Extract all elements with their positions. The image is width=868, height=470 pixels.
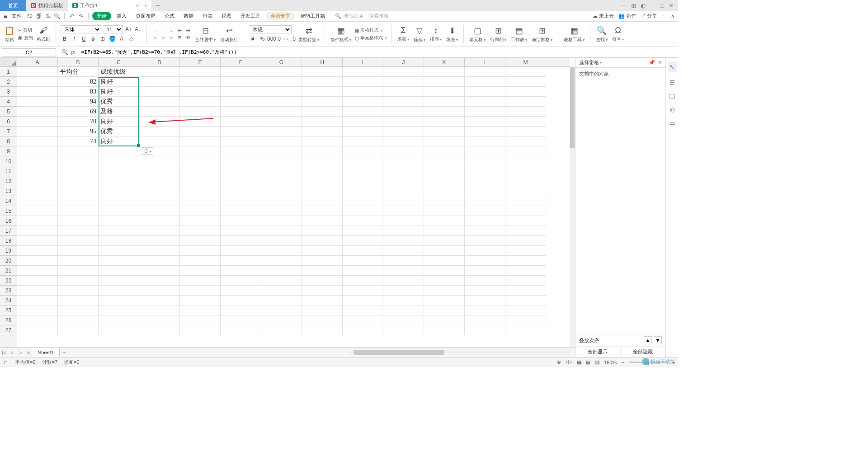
cell-A6[interactable] <box>17 117 58 127</box>
cell-L23[interactable] <box>465 286 505 296</box>
cell-H22[interactable] <box>302 276 343 286</box>
currency-icon[interactable]: ¥ <box>249 35 257 43</box>
cell-L5[interactable] <box>465 107 505 117</box>
cell-K19[interactable] <box>424 246 465 256</box>
cell-C8[interactable]: 良好 <box>99 136 139 146</box>
cell-L24[interactable] <box>465 296 505 306</box>
bold-button[interactable]: B <box>61 35 69 43</box>
cell-F11[interactable] <box>221 166 261 176</box>
cell-D15[interactable] <box>139 206 180 216</box>
name-box[interactable] <box>2 48 56 56</box>
inc-font-icon[interactable]: A↑ <box>124 25 132 33</box>
cell-K24[interactable] <box>424 296 465 306</box>
col-header-D[interactable]: D <box>139 58 180 66</box>
cell-I21[interactable] <box>343 266 383 276</box>
cell-M23[interactable] <box>505 286 546 296</box>
cell-M7[interactable] <box>505 127 546 136</box>
cell-K13[interactable] <box>424 186 465 196</box>
cell-J8[interactable] <box>383 136 424 146</box>
cell-G25[interactable] <box>261 306 302 315</box>
row-header-18[interactable]: 18 <box>0 236 17 246</box>
cell-H10[interactable] <box>302 156 343 166</box>
cell-C19[interactable] <box>99 246 139 256</box>
cell-J10[interactable] <box>383 156 424 166</box>
rowcol-button[interactable]: ⊞行和列▾ <box>489 26 507 43</box>
cell-E15[interactable] <box>180 206 221 216</box>
cell-E23[interactable] <box>180 286 221 296</box>
cell-I5[interactable] <box>343 107 383 117</box>
cell-F26[interactable] <box>221 315 261 325</box>
cell-H25[interactable] <box>302 306 343 315</box>
view-break-icon[interactable]: ▥ <box>595 359 599 365</box>
location-icon[interactable]: ◎ <box>670 106 675 113</box>
row-header-1[interactable]: 1 <box>0 67 17 77</box>
col-header-H[interactable]: H <box>302 58 343 66</box>
cell-M17[interactable] <box>505 226 546 236</box>
align-left[interactable]: ≡ <box>151 35 159 41</box>
indent-dec[interactable]: ⇤ <box>176 28 183 34</box>
hamburger-icon[interactable]: ≡ <box>4 13 7 20</box>
cell-C13[interactable] <box>99 186 139 196</box>
fx-find-icon[interactable]: 🔍 <box>61 49 68 56</box>
cell-H23[interactable] <box>302 286 343 296</box>
cell-A2[interactable] <box>17 77 58 87</box>
cell-K11[interactable] <box>424 166 465 176</box>
merge-button[interactable]: ⊟ 合并居中▾ <box>194 26 217 43</box>
cell-A8[interactable] <box>17 136 58 146</box>
cell-A1[interactable] <box>17 67 58 77</box>
cell-L3[interactable] <box>465 87 505 97</box>
col-header-J[interactable]: J <box>383 58 424 66</box>
cell-G18[interactable] <box>261 236 302 246</box>
cell-D25[interactable] <box>139 306 180 315</box>
cell-E11[interactable] <box>180 166 221 176</box>
cell-M25[interactable] <box>505 306 546 315</box>
align-top[interactable]: ⫟ <box>151 28 159 34</box>
cell-M4[interactable] <box>505 97 546 107</box>
row-header-17[interactable]: 17 <box>0 226 17 236</box>
cell-D14[interactable] <box>139 196 180 206</box>
orientation[interactable]: ⟲ <box>184 35 191 41</box>
cell-D21[interactable] <box>139 266 180 276</box>
zoom-out-icon[interactable]: − <box>621 360 624 365</box>
cell-G6[interactable] <box>261 117 302 127</box>
cell-M1[interactable] <box>505 67 546 77</box>
cell-style-button[interactable]: ▢ 单元格样式▾ <box>355 35 387 41</box>
cell-M2[interactable] <box>505 77 546 87</box>
cell-E9[interactable] <box>180 146 221 156</box>
cell-G27[interactable] <box>261 325 302 335</box>
cell-C5[interactable]: 及格 <box>99 107 139 117</box>
cell-A22[interactable] <box>17 276 58 286</box>
row-header-10[interactable]: 10 <box>0 156 17 166</box>
grid-icon[interactable]: ⊞ <box>631 2 636 9</box>
cell-G12[interactable] <box>261 176 302 186</box>
cell-A9[interactable] <box>17 146 58 156</box>
col-header-E[interactable]: E <box>180 58 221 66</box>
minimize-icon[interactable]: — <box>650 2 656 9</box>
cell-I22[interactable] <box>343 276 383 286</box>
cell-D8[interactable] <box>139 136 180 146</box>
cell-B20[interactable] <box>58 256 99 266</box>
cell-H26[interactable] <box>302 315 343 325</box>
cell-G8[interactable] <box>261 136 302 146</box>
indent-inc[interactable]: ⇥ <box>184 28 191 34</box>
cell-K15[interactable] <box>424 206 465 216</box>
cell-E12[interactable] <box>180 176 221 186</box>
cell-D7[interactable] <box>139 127 180 136</box>
cell-E22[interactable] <box>180 276 221 286</box>
cell-C3[interactable]: 良好 <box>99 87 139 97</box>
sheet-nav-first[interactable]: |< <box>0 350 8 355</box>
cell-E26[interactable] <box>180 315 221 325</box>
cell-B17[interactable] <box>58 226 99 236</box>
cell-L25[interactable] <box>465 306 505 315</box>
cell-H5[interactable] <box>302 107 343 117</box>
cell-K26[interactable] <box>424 315 465 325</box>
cell-L22[interactable] <box>465 276 505 286</box>
find-button[interactable]: 🔍查找▾ <box>595 26 609 43</box>
align-right[interactable]: ≡ <box>168 35 175 41</box>
cell-B16[interactable] <box>58 216 99 226</box>
cell-B19[interactable] <box>58 246 99 256</box>
cell-A25[interactable] <box>17 306 58 315</box>
cell-B13[interactable] <box>58 186 99 196</box>
cell-J13[interactable] <box>383 186 424 196</box>
cell-C2[interactable]: 良好 <box>99 77 139 87</box>
